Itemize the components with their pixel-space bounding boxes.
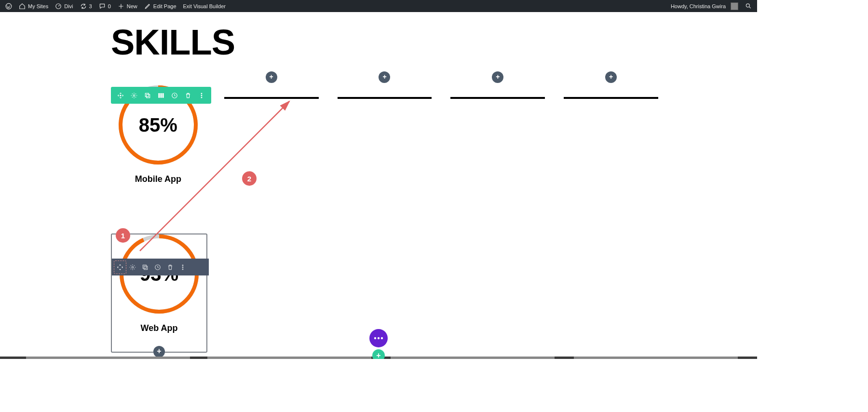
column-4: + — [450, 80, 545, 188]
wp-logo[interactable] — [2, 0, 15, 12]
exit-builder-link[interactable]: Exit Visual Builder — [180, 0, 229, 12]
column-rule — [564, 97, 658, 99]
page: SKILLS 85% Mobile App — [0, 12, 757, 359]
annotation-badge-1: 1 — [116, 228, 130, 243]
avatar-icon — [731, 2, 738, 10]
edit-page-link[interactable]: Edit Page — [141, 0, 180, 12]
delete-row-button[interactable] — [181, 87, 195, 104]
divi-label: Divi — [64, 3, 73, 9]
search-icon — [745, 3, 752, 10]
column-rule — [338, 97, 432, 99]
svg-rect-8 — [159, 93, 160, 97]
svg-point-21 — [182, 264, 183, 265]
svg-point-25 — [374, 337, 376, 339]
drag-row-button[interactable] — [114, 87, 127, 104]
house-icon — [19, 3, 26, 10]
svg-point-22 — [182, 266, 183, 267]
comments-link[interactable]: 0 — [95, 0, 114, 12]
updates-count: 3 — [89, 3, 92, 9]
svg-rect-19 — [144, 266, 148, 269]
module-settings-button[interactable] — [126, 259, 139, 275]
howdy-label: Howdy, Christina Gwira — [671, 3, 726, 9]
row-settings-button[interactable] — [127, 87, 141, 104]
add-module-button[interactable]: + — [266, 71, 277, 83]
svg-point-23 — [182, 268, 183, 269]
add-module-button[interactable]: + — [492, 71, 503, 83]
add-module-button[interactable]: + — [605, 71, 617, 83]
svg-point-17 — [132, 266, 134, 268]
add-section-fab[interactable]: + — [372, 349, 385, 359]
plus-icon — [118, 3, 124, 10]
new-label: New — [127, 3, 137, 9]
row-more-button[interactable] — [195, 87, 208, 104]
my-sites-link[interactable]: My Sites — [15, 0, 52, 12]
refresh-icon — [80, 3, 87, 10]
howdy-link[interactable]: Howdy, Christina Gwira — [667, 0, 742, 12]
edit-page-label: Edit Page — [153, 3, 176, 9]
svg-point-2 — [746, 4, 749, 7]
duplicate-module-button[interactable] — [139, 259, 151, 275]
svg-line-24 — [140, 101, 289, 251]
module-more-button[interactable] — [176, 259, 189, 275]
updates-link[interactable]: 3 — [77, 0, 95, 12]
comments-count: 0 — [108, 3, 111, 9]
gauge-icon — [55, 3, 62, 10]
add-module-button[interactable]: + — [379, 71, 390, 83]
module-toolbar — [112, 259, 209, 275]
add-module-below-button[interactable]: + — [153, 346, 165, 357]
svg-rect-10 — [163, 93, 163, 97]
column-3: + — [338, 80, 432, 188]
annotation-badge-label: 1 — [121, 232, 125, 240]
svg-rect-9 — [161, 93, 162, 97]
wp-admin-bar: My Sites Divi 3 0 New Edit Page Exit Vis… — [0, 0, 757, 12]
counter-label: Web App — [141, 323, 178, 333]
page-title: SKILLS — [111, 22, 658, 63]
save-module-button[interactable] — [151, 259, 164, 275]
svg-rect-18 — [143, 265, 146, 268]
svg-point-0 — [6, 3, 12, 9]
svg-rect-6 — [145, 93, 149, 96]
pencil-icon — [144, 3, 151, 10]
duplicate-row-button[interactable] — [141, 87, 154, 104]
wordpress-icon — [5, 3, 12, 10]
drag-module-button[interactable] — [114, 259, 126, 275]
my-sites-label: My Sites — [28, 3, 48, 9]
svg-point-13 — [201, 95, 202, 96]
delete-module-button[interactable] — [164, 259, 176, 275]
column-5: + — [564, 80, 658, 188]
builder-fab-group: + — [369, 329, 388, 359]
new-link[interactable]: New — [114, 0, 141, 12]
comment-icon — [99, 3, 106, 10]
exit-builder-label: Exit Visual Builder — [183, 3, 226, 9]
annotation-badge-2: 2 — [242, 171, 257, 186]
divi-link[interactable]: Divi — [52, 0, 76, 12]
svg-point-5 — [133, 95, 135, 96]
search-toggle[interactable] — [742, 0, 755, 12]
svg-rect-7 — [147, 94, 150, 97]
svg-point-14 — [201, 96, 202, 97]
column-rule — [450, 97, 545, 99]
column-layout-button[interactable] — [154, 87, 168, 104]
annotation-arrow — [130, 96, 304, 261]
row-toolbar — [111, 87, 211, 104]
save-row-button[interactable] — [168, 87, 181, 104]
svg-point-26 — [378, 337, 380, 339]
svg-point-12 — [201, 93, 202, 94]
annotation-badge-label: 2 — [247, 175, 251, 183]
svg-point-27 — [381, 337, 383, 339]
builder-menu-fab[interactable] — [369, 329, 388, 347]
